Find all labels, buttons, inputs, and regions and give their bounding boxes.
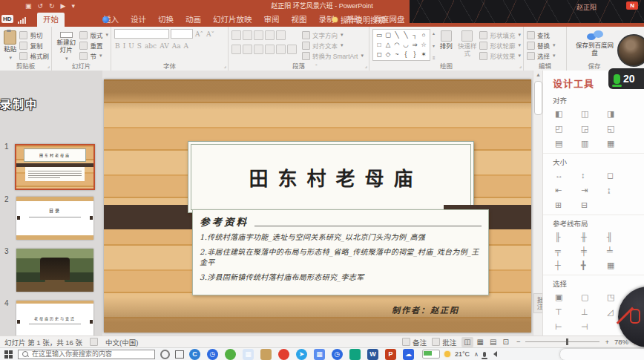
shape-icon[interactable]: ✶	[419, 50, 428, 59]
reset-button[interactable]: 重置	[79, 41, 108, 50]
notes-button[interactable]: 备注	[402, 337, 427, 347]
panel-tool-icon[interactable]: ⊢	[555, 322, 581, 332]
comments-button[interactable]: 批注	[432, 337, 456, 347]
panel-tool-icon[interactable]: ╢	[607, 232, 633, 241]
shapes-scroll[interactable]: ▴▾≡	[433, 29, 436, 62]
panel-tool-icon[interactable]: ⊟	[581, 200, 607, 210]
panel-tool-icon[interactable]: ▤	[555, 139, 581, 148]
bullets-icon[interactable]	[231, 30, 241, 40]
addin-tab-icon[interactable]	[102, 16, 109, 23]
justify-icon[interactable]	[265, 45, 275, 54]
copy-button[interactable]: 复制	[19, 41, 49, 50]
panel-tool-icon[interactable]: ╟	[555, 232, 581, 241]
panel-tool-icon[interactable]: ◻	[607, 171, 633, 180]
view-icon[interactable]: ▦	[475, 337, 486, 347]
shape-icon[interactable]: {	[401, 50, 410, 59]
slide-thumbnail-3[interactable]	[16, 249, 93, 292]
align-left-icon[interactable]	[231, 45, 241, 54]
hidden-icons-chevron[interactable]: ∧	[474, 351, 479, 358]
webcam-avatar[interactable]	[617, 34, 644, 67]
slide-reference-box[interactable]: 参考资料 1.传统村落庙宇功能_选址与空间关系研究_以北京门头沟为例_高强 2.…	[192, 209, 489, 295]
accessibility-icon[interactable]	[90, 338, 98, 346]
ribbon-tab-0[interactable]: 开始	[37, 13, 65, 27]
increase-indent-icon[interactable]	[265, 30, 275, 40]
shape-icon[interactable]: ⇒	[410, 40, 419, 50]
taskbar-app-icon-3[interactable]: ▦	[243, 349, 254, 360]
panel-tool-icon[interactable]: ⊥	[581, 307, 607, 317]
panel-tool-icon[interactable]: ◨	[607, 109, 633, 119]
panel-tool-icon[interactable]: ▢	[581, 292, 607, 302]
panel-tool-icon[interactable]: ⇤	[555, 186, 581, 195]
panel-tool-icon[interactable]: ◱	[607, 124, 633, 134]
ribbon-tab-1[interactable]: 插入	[97, 13, 125, 27]
view-icon[interactable]: ⊡	[501, 337, 511, 347]
shape-icon[interactable]: }	[410, 50, 419, 59]
ribbon-tab-3[interactable]: 切换	[152, 13, 180, 27]
panel-tool-icon[interactable]: ⇥	[581, 186, 607, 195]
quick-styles-button[interactable]: 快速样式	[457, 29, 477, 62]
align-text-button[interactable]: 对齐文本	[302, 41, 364, 50]
ribbon-tab-5[interactable]: 幻灯片放映	[207, 13, 258, 27]
dialog-launcher-icon[interactable]: ⌟	[365, 63, 367, 69]
shape-outline-button[interactable]: 形状轮廓	[479, 41, 521, 50]
font-style-icon[interactable]: U	[128, 42, 135, 50]
panel-tool-icon[interactable]: ⊤	[555, 307, 581, 317]
tray-mic-icon[interactable]	[483, 352, 486, 357]
mic-status-overlay[interactable]: 20	[608, 68, 644, 89]
panel-tool-icon[interactable]: ◧	[555, 109, 581, 119]
cut-button[interactable]: 剪切	[19, 30, 49, 39]
shape-icon[interactable]: ◇	[384, 50, 392, 59]
taskbar-app-icon-12[interactable]: ☁	[403, 349, 414, 360]
font-style-icon[interactable]: A	[183, 42, 190, 50]
section-button[interactable]: 节	[79, 51, 108, 60]
taskbar-app-icon-4[interactable]	[260, 349, 272, 360]
panel-tool-icon[interactable]: ╪	[581, 246, 607, 255]
panel-tool-icon[interactable]: ▦	[607, 139, 633, 148]
line-spacing-icon[interactable]	[276, 30, 286, 40]
taskbar-app-icon-7[interactable]: ▦	[314, 349, 325, 360]
shape-icon[interactable]: ◠	[392, 40, 401, 50]
taskbar-app-icon-1[interactable]: ◷	[207, 349, 218, 360]
view-icon[interactable]: ▤	[487, 337, 499, 347]
search-input[interactable]	[32, 350, 151, 358]
slide-author-text[interactable]: 制作者：赵正阳	[392, 304, 459, 315]
dialog-launcher-icon[interactable]: ⌟	[47, 63, 50, 69]
shape-icon[interactable]: ╲	[392, 30, 401, 40]
decrease-indent-icon[interactable]	[254, 30, 263, 40]
panel-tool-icon[interactable]: ▣	[555, 292, 581, 302]
panel-tool-icon[interactable]: ◫	[581, 109, 607, 119]
weather-temp[interactable]: 21°C	[455, 350, 470, 358]
panel-tool-icon[interactable]: ▥	[581, 139, 607, 148]
font-style-icon[interactable]: B	[114, 42, 121, 50]
font-name-combo[interactable]	[114, 29, 169, 39]
panel-tool-icon[interactable]: ↕	[581, 171, 607, 180]
font-style-icon[interactable]: S	[137, 42, 142, 50]
layout-button[interactable]: 版式	[79, 30, 108, 39]
dialog-launcher-icon[interactable]: ⌟	[519, 63, 522, 69]
view-icon[interactable]: ◫	[461, 337, 473, 347]
shape-icon[interactable]: ☆	[419, 40, 428, 50]
start-button[interactable]	[4, 350, 13, 359]
taskbar-app-icon-5[interactable]	[278, 349, 289, 360]
format-painter-button[interactable]: 格式刷	[19, 51, 49, 60]
shape-icon[interactable]: ~	[392, 50, 401, 59]
shape-icon[interactable]: □	[375, 40, 384, 50]
dialog-launcher-icon[interactable]: ⌟	[224, 63, 226, 69]
battery-widget[interactable]	[422, 350, 440, 359]
grow-font-icon[interactable]: A˄	[194, 30, 204, 38]
font-style-icon[interactable]: abc	[144, 42, 157, 50]
tell-me-search[interactable]: 操作说明搜索	[332, 13, 385, 27]
slide-thumbnail-1[interactable]: 田东村老母庙	[15, 144, 95, 190]
new-slide-button[interactable]: 新建幻灯片	[55, 29, 77, 62]
taskbar-search[interactable]	[18, 350, 155, 359]
slide-title-box[interactable]: 田东村老母庙	[188, 141, 474, 213]
tray-volume-icon[interactable]	[490, 351, 497, 357]
panel-tool-icon[interactable]: ⊣	[581, 322, 607, 332]
zoom-knob[interactable]	[566, 338, 568, 345]
collapse-ribbon-icon[interactable]: ˆ	[315, 63, 318, 70]
align-right-icon[interactable]	[254, 45, 263, 54]
task-view-icon[interactable]	[175, 350, 184, 359]
panel-tool-icon[interactable]: ↔	[555, 171, 581, 180]
panel-tool-icon[interactable]: ▦	[607, 261, 633, 270]
numbering-icon[interactable]	[243, 30, 252, 40]
